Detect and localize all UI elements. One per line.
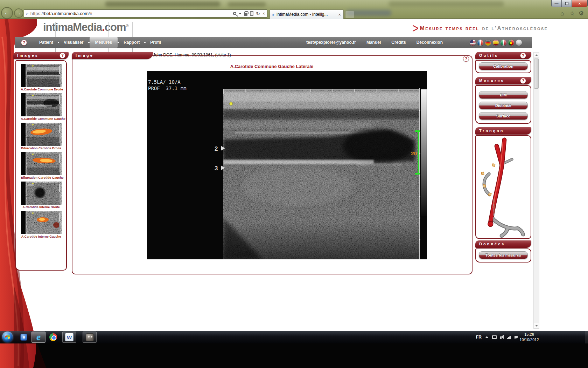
nav-link-manuel[interactable]: Manuel <box>366 40 381 45</box>
tagline-accent: Mesure temps réel <box>420 25 479 32</box>
arrow-up-icon <box>535 54 538 56</box>
main-nav: ? Patient Visualiser Mesures Rapport Pro… <box>15 37 532 48</box>
url-host: beta.intimamedia.com <box>44 11 89 16</box>
logo-registered: ® <box>126 23 128 28</box>
scroll-up-button[interactable] <box>534 52 539 58</box>
us-overlay-line2: PROF 37.1 mm <box>148 86 187 91</box>
thumbnail-label: Bifurcation Carotide Gauche <box>21 176 62 179</box>
close-button[interactable]: × <box>572 0 587 7</box>
taskbar-word-button[interactable]: W <box>62 332 76 343</box>
start-button[interactable] <box>2 332 13 342</box>
nav-item-profil[interactable]: Profil <box>146 40 166 45</box>
thumbnail-bifurcation-gauche[interactable]: Bifurcation Carotide Gauche <box>21 152 62 179</box>
forward-button[interactable]: → <box>14 8 23 18</box>
taskbar-app-1[interactable] <box>18 332 30 343</box>
minimize-button[interactable]: — <box>552 0 562 7</box>
flag-it-icon[interactable] <box>500 39 507 46</box>
images-help-icon[interactable]: ? <box>59 53 65 59</box>
show-desktop-button[interactable] <box>585 331 588 343</box>
nav-separator <box>132 22 133 37</box>
measures-help-icon[interactable]: ? <box>520 78 526 84</box>
flag-es-icon[interactable] <box>492 39 499 46</box>
us-overlay-line1: 7.5LA/ 10/A <box>148 79 181 85</box>
image-help-icon[interactable]: ? <box>463 56 469 62</box>
tab-favicon: e <box>272 12 274 17</box>
measurement-value: 20 <box>411 150 417 156</box>
thumbnail-interne-droite[interactable]: A.Carotide Interne Droite <box>21 182 62 209</box>
browser-tab[interactable]: e IntimaMedia.com - Intellig... × <box>270 9 344 19</box>
display-tray-icon[interactable] <box>492 335 497 339</box>
flag-fr-icon[interactable] <box>477 39 484 46</box>
thumbnail-label: A.Carotide Commune Gauche <box>21 117 62 121</box>
word-icon: W <box>65 333 74 341</box>
thumbnail-label: A.Carotide Commune Droite <box>21 88 62 91</box>
site-tagline: > Mesure temps réel de l'Athérosclérose <box>412 22 548 34</box>
url-text: https://beta.intimamedia.com/# <box>30 11 92 16</box>
restore-icon <box>565 2 568 5</box>
nav-item-rapport[interactable]: Rapport <box>119 40 144 45</box>
tools-help-icon[interactable]: ? <box>520 53 526 59</box>
taskbar-gimp-button[interactable] <box>83 332 97 343</box>
flag-disabled-icon[interactable] <box>516 39 522 46</box>
nav-item-patient[interactable]: Patient <box>35 40 58 45</box>
flag-de-icon[interactable] <box>485 39 491 46</box>
back-icon: ← <box>4 9 10 16</box>
taskbar-chrome-button[interactable] <box>47 332 59 343</box>
tab-close-icon[interactable]: × <box>338 12 341 17</box>
home-icon[interactable]: ⌂ <box>560 11 564 16</box>
site-logo[interactable]: intimaMedia.com® <box>43 21 128 34</box>
content-scrollbar[interactable] <box>533 52 539 329</box>
thumbnail-label: A.Carotide Interne Droite <box>21 205 62 209</box>
network-tray-icon[interactable] <box>507 336 511 339</box>
thumbnail-label: A.Carotide Interne Gauche <box>21 235 62 238</box>
chrome-icon <box>49 333 57 341</box>
scroll-down-button[interactable] <box>534 323 539 328</box>
artery-diagram[interactable]: © 2011 IntimaMedia.com <box>477 136 530 238</box>
refresh-icon[interactable]: ↻ <box>256 11 260 16</box>
logo-dot: . <box>102 21 105 33</box>
favorites-star-icon[interactable]: ☆ <box>569 11 575 16</box>
address-bar[interactable]: e https://beta.intimamedia.com/# ↻ × <box>24 9 267 18</box>
new-tab-button[interactable] <box>345 11 354 18</box>
ultrasound-image[interactable]: 7.5LA/ 10/A PROF 37.1 mm 2 3 20 <box>147 71 427 259</box>
compatibility-view-icon[interactable] <box>250 11 253 16</box>
us-yellow-marker[interactable] <box>230 102 233 105</box>
all-measures-button[interactable]: Toutes les mesures <box>479 251 528 259</box>
taskbar-clock[interactable]: 15:26 10/10/2012 <box>516 332 542 342</box>
settings-gear-icon[interactable]: ⚙ <box>579 11 584 16</box>
clock-date: 10/10/2012 <box>516 337 542 342</box>
thumbnail-bifurcation-droite[interactable]: Bifurcation Carotide Droite <box>21 123 62 150</box>
nav-help-icon[interactable]: ? <box>21 40 27 46</box>
search-icon[interactable] <box>233 12 236 15</box>
distance-button[interactable]: Distance <box>479 102 528 109</box>
calibration-button[interactable]: Calibration <box>479 62 528 70</box>
restore-button[interactable] <box>562 0 572 7</box>
flag-us-icon[interactable] <box>469 39 476 46</box>
nav-dot <box>88 42 90 43</box>
flag-pt-icon[interactable] <box>508 39 514 46</box>
hidden-icons-chevron[interactable] <box>485 336 489 338</box>
logo-text: intimaMedia <box>43 21 102 33</box>
search-dropdown-icon[interactable] <box>239 13 241 14</box>
volume-tray-icon[interactable] <box>500 334 504 340</box>
thumbnail-interne-gauche[interactable]: A.Carotide Interne Gauche <box>21 211 62 238</box>
nav-link-deconnexion[interactable]: Déconnexion <box>416 40 443 45</box>
us-marker-2-label: 2 <box>215 145 218 152</box>
background-window-blur <box>227 2 266 7</box>
back-button[interactable]: ← <box>1 7 13 19</box>
scrollbar-thumb[interactable] <box>534 59 539 89</box>
stop-icon[interactable]: × <box>262 12 265 16</box>
surface-button[interactable]: Surface <box>479 112 528 120</box>
desktop-below-taskbar <box>0 343 588 368</box>
nav-link-credits[interactable]: Crédits <box>391 40 406 45</box>
nav-separator <box>83 22 83 37</box>
nav-item-mesures[interactable]: Mesures <box>90 37 118 48</box>
eim-button[interactable]: EIM <box>479 91 528 99</box>
nav-item-visualiser[interactable]: Visualiser <box>59 40 88 45</box>
thumbnail-carotide-commune-droite[interactable]: A.Carotide Commune Droite <box>21 64 62 91</box>
account-email[interactable]: testvpexplorer@yahoo.fr <box>306 40 356 45</box>
taskbar-ie-button[interactable]: e <box>31 332 46 343</box>
thumbnail-carotide-commune-gauche[interactable]: A.Carotide Commune Gauche <box>21 93 62 121</box>
logo-tld: com <box>105 21 126 33</box>
language-indicator[interactable]: FR <box>476 335 482 340</box>
